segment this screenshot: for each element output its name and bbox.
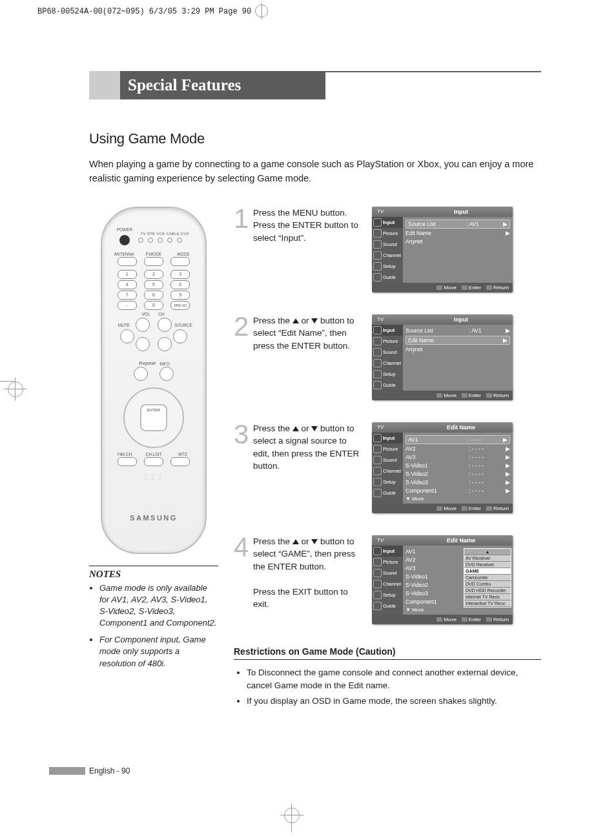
osd-screenshot: TVInput Input Picture Sound Channel Setu… [372,314,513,400]
osd-screenshot: TVEdit Name Input Picture Sound Channel … [372,422,513,513]
registration-bottom [284,808,300,823]
registration-left [0,381,23,397]
step-text: Press the or button to select “Edit Name… [253,314,372,400]
page-footer: English - 90 [49,766,130,775]
restrictions-heading: Restrictions on Game Mode (Caution) [234,646,541,660]
section-heading: Using Game Mode [89,130,541,147]
osd-screenshot: TVInput Input Picture Sound Channel Setu… [372,207,513,292]
step-text: Press the or button to select a signal s… [253,422,372,513]
intro-text: When playing a game by connecting to a g… [89,158,541,186]
restrictions-list: To Disconnect the game console and conne… [234,666,541,708]
step-2: 2 Press the or button to select “Edit Na… [234,314,541,400]
step-4: 4 Press the or button to select “GAME”, … [234,535,541,624]
remote-illustration: POWER TV STB VCR CABLE DVD ANTENNA P.MOD… [101,207,207,554]
device-popup: ▲ AV Receiver DVD Receiver GAME Camcorde… [464,548,511,608]
step-3: 3 Press the or button to select a signal… [234,422,541,513]
osd-screenshot: TVEdit Name Input Picture Sound Channel … [372,535,513,624]
print-header: BP68-00524A-00(072~095) 6/3/05 3:29 PM P… [37,5,268,18]
step-1: 1 Press the MENU button. Press the ENTER… [234,207,541,292]
step-text: Press the MENU button. Press the ENTER b… [253,207,372,292]
note-item: Game mode is only available for AV1, AV2… [99,582,218,630]
step-text: Press the or button to select “GAME”, th… [253,535,372,624]
chapter-title: Special Features [120,71,325,99]
notes-heading: NOTES [89,566,218,580]
notes-block: NOTES Game mode is only available for AV… [89,566,218,670]
note-item: For Component input, Game mode only supp… [99,634,218,670]
chapter-title-bar: Special Features [89,71,541,99]
